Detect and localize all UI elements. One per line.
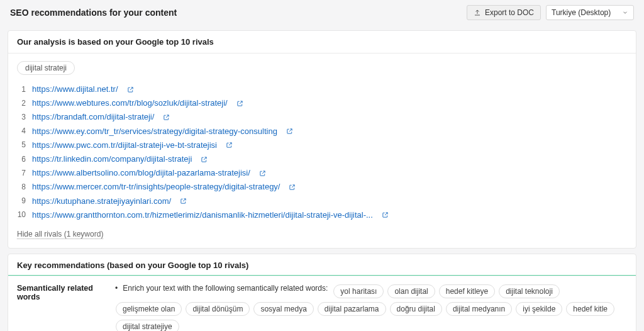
rival-item: 4https://www.ey.com/tr_tr/services/strat…: [17, 125, 627, 138]
external-link-icon[interactable]: [201, 156, 208, 163]
bullet-icon: •: [115, 284, 118, 293]
rival-number: 3: [17, 112, 26, 123]
upload-icon: [474, 9, 481, 16]
semantic-word-pill[interactable]: hedef kitleye: [439, 284, 495, 298]
semantic-word-pill[interactable]: yol haritası: [333, 284, 384, 298]
rival-item: 5https://www.pwc.com.tr/dijital-strateji…: [17, 138, 627, 152]
rival-item: 8https://www.mercer.com/tr-tr/insights/p…: [17, 180, 627, 194]
semantic-word-pill[interactable]: sosyal medya: [253, 302, 313, 316]
semantic-word-pill[interactable]: dijital teknoloji: [499, 284, 560, 298]
external-link-icon[interactable]: [286, 128, 293, 135]
region-select-label: Turkiye (Desktop): [552, 8, 611, 17]
rival-link[interactable]: https://www.pwc.com.tr/dijital-strateji-…: [32, 140, 217, 151]
rivals-card: Our analysis is based on your Google top…: [8, 30, 636, 249]
rival-link[interactable]: https://www.dijital.net.tr/: [32, 84, 118, 95]
semantic-row: Semantically related words • Enrich your…: [8, 276, 636, 331]
external-link-icon[interactable]: [289, 184, 296, 191]
rival-item: 2https://www.webtures.com/tr/blog/sozluk…: [17, 96, 627, 110]
semantic-word-pill[interactable]: gelişmekte olan: [116, 302, 182, 316]
region-select[interactable]: Turkiye (Desktop): [546, 5, 634, 20]
external-link-icon[interactable]: [226, 142, 233, 149]
external-link-icon[interactable]: [127, 86, 134, 93]
external-link-icon[interactable]: [180, 198, 187, 205]
semantic-content: • Enrich your text with the following se…: [115, 276, 636, 331]
semantic-intro: Enrich your text with the following sema…: [123, 284, 328, 293]
semantic-word-pill[interactable]: dijital stratejiye: [116, 320, 179, 331]
semantic-word-pill[interactable]: dijital pazarlama: [318, 302, 386, 316]
chevron-down-icon: [622, 9, 628, 16]
rival-item: 3https://brandaft.com/dijital-strateji/: [17, 110, 627, 124]
rival-number: 7: [17, 168, 26, 179]
rival-number: 6: [17, 154, 26, 165]
rival-link[interactable]: https://www.mercer.com/tr-tr/insights/pe…: [32, 181, 280, 193]
rival-item: 7https://www.albertsolino.com/blog/dijit…: [17, 166, 627, 180]
semantic-word-pill[interactable]: doğru dijital: [390, 302, 442, 316]
rival-number: 9: [17, 196, 26, 206]
rival-link[interactable]: https://tr.linkedin.com/company/dijital-…: [32, 154, 192, 165]
rivals-card-heading: Our analysis is based on your Google top…: [8, 31, 636, 53]
export-button-label: Export to DOC: [485, 8, 534, 17]
hide-rivals-link[interactable]: Hide all rivals (1 keyword): [17, 230, 103, 239]
page-title: SEO recommendations for your content: [10, 8, 177, 18]
rival-item: 9https://kutuphane.stratejiyayinlari.com…: [17, 194, 627, 208]
rival-item: 10https://www.grantthornton.com.tr/hizme…: [17, 208, 627, 222]
external-link-icon[interactable]: [259, 170, 266, 177]
rival-item: 1https://www.dijital.net.tr/: [17, 82, 627, 96]
header-bar: SEO recommendations for your content Exp…: [0, 0, 644, 25]
rival-link[interactable]: https://kutuphane.stratejiyayinlari.com/: [32, 196, 171, 207]
export-button[interactable]: Export to DOC: [467, 5, 541, 20]
semantic-label: Semantically related words: [8, 276, 115, 331]
key-recommendations-heading: Key recommendations (based on your Googl…: [8, 254, 636, 276]
rival-link[interactable]: https://www.albertsolino.com/blog/dijita…: [32, 167, 250, 179]
keyword-tag[interactable]: dijital strateji: [17, 61, 75, 75]
external-link-icon[interactable]: [163, 114, 170, 121]
rival-link[interactable]: https://www.ey.com/tr_tr/services/strate…: [32, 126, 277, 137]
rival-number: 2: [17, 98, 26, 109]
semantic-word-pill[interactable]: olan dijital: [387, 284, 435, 298]
semantic-word-pill[interactable]: hedef kitle: [566, 302, 614, 316]
external-link-icon[interactable]: [382, 211, 389, 218]
rival-number: 1: [17, 84, 26, 95]
key-recommendations-card: Key recommendations (based on your Googl…: [8, 254, 636, 331]
rivals-list: 1https://www.dijital.net.tr/2https://www…: [17, 82, 627, 222]
rival-number: 4: [17, 126, 26, 137]
rival-link[interactable]: https://brandaft.com/dijital-strateji/: [32, 111, 154, 123]
header-actions: Export to DOC Turkiye (Desktop): [467, 5, 634, 20]
rival-number: 10: [17, 210, 26, 220]
semantic-word-pill[interactable]: dijital medyanın: [446, 302, 512, 316]
rivals-card-body: dijital strateji 1https://www.dijital.ne…: [8, 53, 636, 248]
rival-link[interactable]: https://www.grantthornton.com.tr/hizmetl…: [32, 210, 373, 221]
semantic-word-pill[interactable]: iyi şekilde: [516, 302, 562, 316]
rival-link[interactable]: https://www.webtures.com/tr/blog/sozluk/…: [32, 98, 228, 109]
external-link-icon[interactable]: [236, 100, 243, 107]
semantic-word-pill[interactable]: dijital dönüşüm: [186, 302, 250, 316]
rival-number: 8: [17, 182, 26, 193]
rival-item: 6https://tr.linkedin.com/company/dijital…: [17, 152, 627, 166]
rival-number: 5: [17, 140, 26, 150]
